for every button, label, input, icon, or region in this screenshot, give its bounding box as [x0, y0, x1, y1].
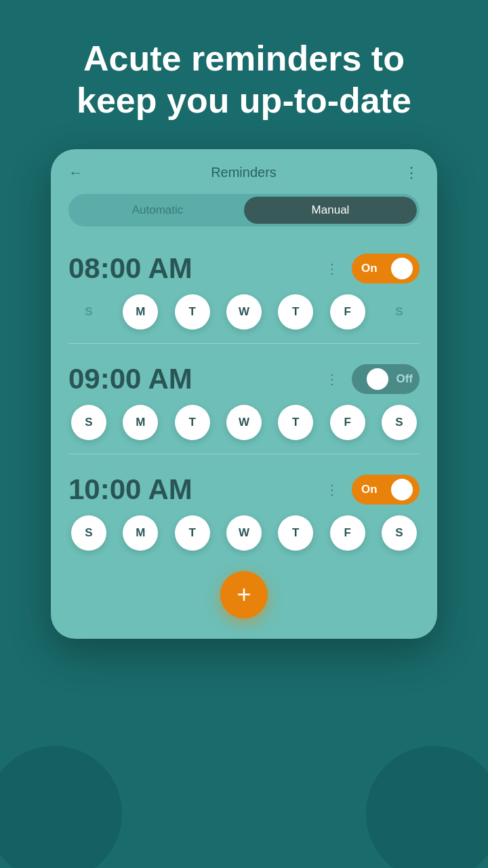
reminder-3-header: 10:00 AM ⋮ On — [68, 473, 420, 506]
tab-bar: Automatic Manual — [68, 194, 420, 226]
reminder-3-toggle[interactable]: On — [352, 475, 420, 505]
reminder-1-days: S M T W T F S — [68, 294, 420, 330]
day-circle[interactable]: S — [71, 294, 106, 330]
reminder-1: 08:00 AM ⋮ On S M T W T F S — [51, 240, 437, 336]
day-circle[interactable]: F — [330, 405, 365, 440]
day-circle[interactable]: T — [278, 515, 313, 551]
divider-2 — [68, 454, 420, 454]
day-circle[interactable]: S — [382, 405, 417, 440]
phone-card: ← Reminders ⋮ Automatic Manual 08:00 AM … — [51, 149, 437, 639]
reminder-3-days: S M T W T F S — [68, 515, 420, 551]
reminder-1-toggle-label: On — [361, 262, 378, 275]
app-header: ← Reminders ⋮ — [51, 149, 437, 194]
reminder-2-days: S M T W T F S — [68, 405, 420, 440]
day-circle[interactable]: S — [71, 405, 106, 440]
reminder-1-header: 08:00 AM ⋮ On — [68, 252, 420, 285]
day-circle[interactable]: M — [123, 405, 158, 440]
reminder-1-menu[interactable]: ⋮ — [325, 260, 340, 277]
tab-automatic[interactable]: Automatic — [71, 197, 244, 224]
blob-right — [366, 746, 488, 868]
background-blobs — [0, 746, 488, 868]
reminder-1-toggle-knob — [391, 258, 413, 279]
reminder-2-time: 09:00 AM — [68, 363, 192, 395]
reminder-3-actions: ⋮ On — [325, 475, 420, 505]
day-circle[interactable]: S — [382, 294, 417, 330]
reminder-3-menu[interactable]: ⋮ — [325, 481, 340, 498]
day-circle[interactable]: S — [71, 515, 106, 551]
day-circle[interactable]: W — [226, 515, 262, 551]
reminder-3-toggle-label: On — [361, 483, 378, 496]
reminder-2-toggle[interactable]: Off — [352, 364, 420, 394]
reminder-1-toggle[interactable]: On — [352, 254, 420, 283]
reminder-3-toggle-knob — [391, 479, 413, 500]
day-circle[interactable]: F — [330, 294, 365, 330]
day-circle[interactable]: W — [226, 294, 262, 330]
headline: Acute reminders to keep you up-to-date — [0, 0, 488, 149]
reminder-1-time: 08:00 AM — [68, 252, 192, 285]
reminder-2-toggle-knob — [367, 368, 388, 390]
day-circle[interactable]: T — [278, 294, 313, 330]
reminder-1-actions: ⋮ On — [325, 254, 420, 283]
day-circle[interactable]: T — [175, 405, 210, 440]
reminder-2-toggle-label: Off — [396, 372, 413, 386]
day-circle[interactable]: F — [330, 515, 365, 551]
day-circle[interactable]: T — [175, 515, 210, 551]
reminder-2-actions: ⋮ Off — [325, 364, 420, 394]
reminder-2: 09:00 AM ⋮ Off S M T W T F S — [51, 351, 437, 447]
day-circle[interactable]: T — [278, 405, 313, 440]
reminder-3-time: 10:00 AM — [68, 473, 192, 506]
day-circle[interactable]: T — [175, 294, 210, 330]
add-reminder-button[interactable]: + — [220, 571, 268, 618]
reminder-2-menu[interactable]: ⋮ — [325, 371, 340, 387]
day-circle[interactable]: M — [123, 294, 158, 330]
day-circle[interactable]: M — [123, 515, 158, 551]
more-menu-button[interactable]: ⋮ — [404, 164, 420, 182]
divider-1 — [68, 343, 420, 344]
tab-manual[interactable]: Manual — [244, 197, 417, 224]
reminder-2-header: 09:00 AM ⋮ Off — [68, 363, 420, 395]
blob-left — [0, 746, 122, 868]
back-button[interactable]: ← — [68, 164, 83, 182]
day-circle[interactable]: W — [226, 405, 262, 440]
day-circle[interactable]: S — [382, 515, 417, 551]
page-title: Reminders — [211, 165, 277, 180]
reminder-3: 10:00 AM ⋮ On S M T W T F S — [51, 461, 437, 557]
